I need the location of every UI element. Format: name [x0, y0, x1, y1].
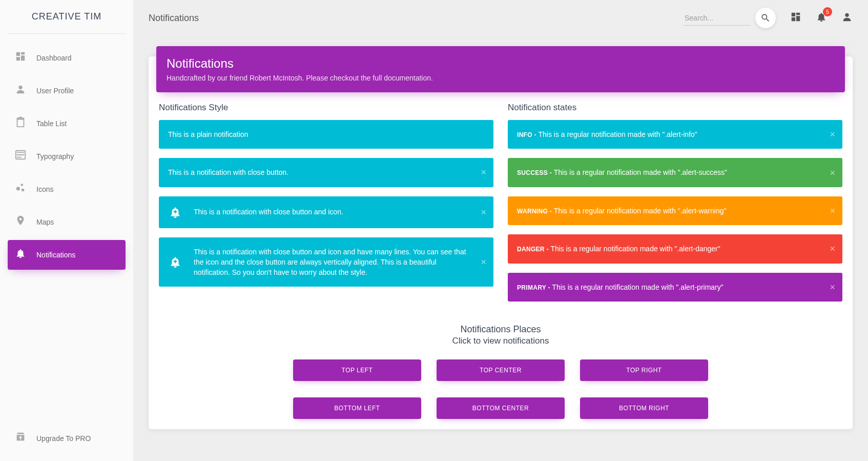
place-top-center-button[interactable]: TOP CENTER — [437, 359, 565, 381]
card-title: Notifications — [167, 56, 835, 71]
svg-point-6 — [16, 187, 20, 190]
alert-text: This is a notification with close button… — [194, 247, 474, 278]
sidebar-item-typography[interactable]: Typography — [8, 142, 126, 171]
location-icon — [14, 215, 27, 229]
alert-state-info: INFO - This is a regular notification ma… — [508, 120, 842, 149]
dashboard-icon — [14, 51, 27, 65]
svg-point-8 — [22, 189, 25, 192]
section-title: Notifications Style — [159, 103, 493, 113]
page-title: Notifications — [149, 13, 199, 24]
topbar-dashboard-icon[interactable] — [790, 11, 801, 25]
place-bottom-right-button[interactable]: BOTTOM RIGHT — [580, 397, 708, 419]
notifications-card: Notifications Handcrafted by our friend … — [149, 56, 853, 429]
close-icon[interactable]: × — [481, 168, 486, 177]
alert-with-icon: This is a notification with close button… — [159, 196, 493, 228]
svg-rect-0 — [16, 52, 20, 56]
alert-text: This is a notification with close button… — [194, 207, 474, 217]
place-bottom-center-button[interactable]: BOTTOM CENTER — [437, 397, 565, 419]
documentation-link[interactable]: full documentation — [373, 74, 431, 82]
svg-rect-10 — [796, 13, 800, 15]
close-icon[interactable]: × — [481, 257, 486, 267]
svg-rect-3 — [16, 57, 20, 61]
alert-with-close: This is a notification with close button… — [159, 158, 493, 187]
alert-text: This is a notification with close button… — [168, 167, 474, 177]
card-header: Notifications Handcrafted by our friend … — [156, 46, 845, 92]
close-icon[interactable]: × — [830, 244, 835, 253]
close-icon[interactable]: × — [830, 283, 835, 292]
alert-text: This is a regular notification made with… — [550, 245, 720, 253]
sidebar: CREATIVE TIM Dashboard User Profile Tabl… — [0, 0, 133, 461]
alert-tag: WARNING - — [517, 208, 554, 215]
library-books-icon — [14, 149, 27, 164]
alert-multiline: This is a notification with close button… — [159, 237, 493, 287]
place-top-left-button[interactable]: TOP LEFT — [293, 359, 421, 381]
sidebar-item-dashboard[interactable]: Dashboard — [8, 43, 126, 73]
alert-tag: INFO - — [517, 131, 538, 138]
user-icon — [14, 84, 27, 98]
main-content: Notifications 5 — [133, 0, 868, 461]
topbar-notifications-icon[interactable]: 5 — [816, 11, 827, 25]
sidebar-nav: Dashboard User Profile Table List Typogr… — [8, 43, 126, 270]
alert-state-warning: WARNING - This is a regular notification… — [508, 196, 842, 225]
svg-rect-12 — [792, 17, 795, 21]
alert-tag: PRIMARY - — [517, 284, 552, 291]
alert-plain: This is a plain notification — [159, 120, 493, 149]
card-subtitle: Handcrafted by our friend Robert McIntos… — [167, 74, 835, 82]
close-icon[interactable]: × — [481, 208, 486, 217]
sidebar-item-maps[interactable]: Maps — [8, 207, 126, 237]
unarchive-icon — [14, 431, 27, 446]
add-alert-icon — [168, 206, 182, 219]
sidebar-upgrade-label: Upgrade To PRO — [36, 434, 91, 443]
svg-point-4 — [18, 86, 22, 89]
places-title: Notifications Places — [159, 324, 842, 335]
alert-text: This is a regular notification made with… — [554, 168, 727, 176]
svg-rect-9 — [792, 13, 795, 16]
alert-text: This is a regular notification made with… — [552, 283, 723, 291]
sidebar-item-label: User Profile — [36, 87, 74, 95]
brand-logo[interactable]: CREATIVE TIM — [8, 0, 126, 34]
alert-state-danger: DANGER - This is a regular notification … — [508, 234, 842, 263]
user-icon — [841, 11, 853, 23]
alert-text: This is a regular notification made with… — [554, 207, 727, 215]
notification-places: Notifications Places Click to view notif… — [159, 324, 842, 419]
add-alert-icon — [168, 255, 182, 269]
search-button[interactable] — [755, 8, 776, 28]
sidebar-upgrade-link[interactable]: Upgrade To PRO — [8, 424, 126, 453]
close-icon[interactable]: × — [830, 130, 835, 139]
top-bar: Notifications 5 — [149, 0, 853, 36]
sidebar-item-label: Notifications — [36, 251, 75, 259]
sidebar-item-table-list[interactable]: Table List — [8, 109, 126, 138]
sidebar-item-label: Typography — [36, 152, 74, 161]
alert-text: This is a regular notification made with… — [538, 130, 697, 138]
alert-state-primary: PRIMARY - This is a regular notification… — [508, 273, 842, 302]
place-bottom-left-button[interactable]: BOTTOM LEFT — [293, 397, 421, 419]
search-icon — [760, 13, 771, 23]
alert-state-success: SUCCESS - This is a regular notification… — [508, 158, 842, 187]
svg-point-13 — [845, 13, 849, 17]
sidebar-item-label: Dashboard — [36, 54, 72, 62]
svg-rect-11 — [796, 16, 800, 21]
sidebar-item-label: Table List — [36, 119, 67, 128]
alert-text: This is a plain notification — [168, 129, 474, 139]
sidebar-item-label: Maps — [36, 218, 54, 226]
places-subtitle: Click to view notifications — [159, 336, 842, 346]
sidebar-item-icons[interactable]: Icons — [8, 174, 126, 204]
notifications-style-column: Notifications Style This is a plain noti… — [159, 103, 493, 311]
sidebar-item-label: Icons — [36, 185, 53, 193]
author-link[interactable]: Robert McIntosh — [250, 74, 302, 82]
close-icon[interactable]: × — [830, 168, 835, 177]
sidebar-item-user-profile[interactable]: User Profile — [8, 76, 126, 106]
topbar-user-icon[interactable] — [841, 11, 853, 25]
alert-tag: SUCCESS - — [517, 169, 554, 176]
close-icon[interactable]: × — [830, 206, 835, 215]
svg-point-7 — [20, 184, 23, 186]
svg-rect-2 — [21, 55, 25, 61]
place-top-right-button[interactable]: TOP RIGHT — [580, 359, 708, 381]
bell-icon — [14, 248, 27, 262]
sidebar-item-notifications[interactable]: Notifications — [8, 240, 126, 270]
notification-badge: 5 — [823, 7, 832, 16]
search-input[interactable] — [684, 11, 750, 26]
svg-rect-1 — [21, 52, 25, 55]
alert-tag: DANGER - — [517, 246, 550, 253]
notification-states-column: Notification states INFO - This is a reg… — [508, 103, 842, 311]
